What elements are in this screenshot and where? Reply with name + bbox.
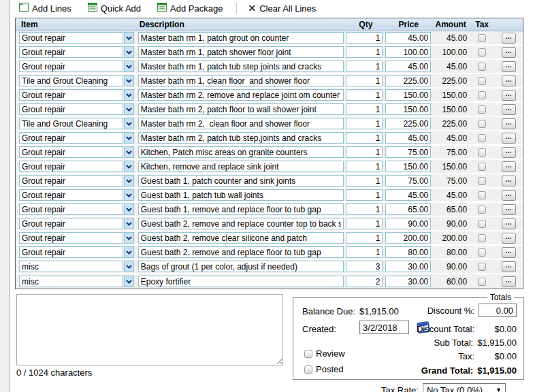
qty-input[interactable] bbox=[346, 46, 383, 58]
description-input[interactable] bbox=[138, 161, 344, 172]
qty-input[interactable] bbox=[346, 276, 383, 287]
price-input[interactable] bbox=[385, 232, 431, 244]
tax-checkbox[interactable] bbox=[478, 206, 486, 214]
description-input[interactable] bbox=[138, 175, 344, 186]
chevron-down-icon[interactable] bbox=[124, 46, 134, 58]
row-options-button[interactable]: ... bbox=[502, 104, 516, 115]
description-input[interactable] bbox=[138, 32, 344, 44]
description-input[interactable] bbox=[138, 46, 344, 58]
chevron-down-icon[interactable] bbox=[124, 218, 134, 229]
item-select[interactable]: Grout repair bbox=[19, 232, 138, 244]
item-select[interactable]: Grout repair bbox=[19, 175, 138, 186]
row-options-button[interactable]: ... bbox=[502, 204, 516, 215]
posted-checkbox[interactable] bbox=[304, 365, 312, 374]
tax-checkbox[interactable] bbox=[478, 48, 486, 56]
tax-checkbox[interactable] bbox=[478, 63, 486, 71]
qty-input[interactable] bbox=[346, 261, 383, 272]
description-input[interactable] bbox=[138, 61, 344, 72]
description-input[interactable] bbox=[138, 218, 344, 229]
tax-checkbox[interactable] bbox=[478, 191, 486, 199]
description-input[interactable] bbox=[138, 89, 344, 101]
item-select[interactable]: Grout repair bbox=[19, 103, 138, 115]
row-options-button[interactable]: ... bbox=[502, 76, 516, 86]
row-options-button[interactable]: ... bbox=[502, 247, 516, 258]
tax-checkbox[interactable] bbox=[478, 77, 486, 85]
description-input[interactable] bbox=[138, 203, 344, 215]
qty-input[interactable] bbox=[346, 189, 383, 201]
price-input[interactable] bbox=[385, 32, 431, 44]
tax-checkbox[interactable] bbox=[478, 134, 486, 142]
qty-input[interactable] bbox=[346, 246, 383, 258]
item-select[interactable]: Grout repair bbox=[19, 89, 138, 101]
description-input[interactable] bbox=[138, 246, 344, 258]
item-select[interactable]: Grout repair bbox=[19, 46, 138, 58]
chevron-down-icon[interactable] bbox=[124, 246, 134, 258]
description-input[interactable] bbox=[138, 118, 344, 129]
chevron-down-icon[interactable] bbox=[124, 261, 134, 272]
qty-input[interactable] bbox=[346, 32, 383, 44]
qty-input[interactable] bbox=[346, 75, 383, 86]
price-input[interactable] bbox=[385, 103, 431, 115]
item-select[interactable]: Tile and Grout Cleaning bbox=[19, 75, 138, 86]
price-input[interactable] bbox=[385, 146, 431, 158]
row-options-button[interactable]: ... bbox=[502, 218, 516, 229]
description-input[interactable] bbox=[138, 232, 344, 244]
price-input[interactable] bbox=[385, 61, 431, 72]
item-select[interactable]: Tile and Grout Cleaning bbox=[19, 118, 138, 129]
chevron-down-icon[interactable] bbox=[124, 161, 134, 172]
row-options-button[interactable]: ... bbox=[502, 161, 516, 172]
chevron-down-icon[interactable] bbox=[124, 132, 134, 144]
tax-checkbox[interactable] bbox=[478, 91, 486, 99]
item-select[interactable]: Grout repair bbox=[19, 246, 138, 258]
qty-input[interactable] bbox=[346, 203, 383, 215]
tax-checkbox[interactable] bbox=[478, 248, 486, 257]
item-select[interactable]: Grout repair bbox=[19, 218, 138, 229]
add-lines-button[interactable]: Add Lines bbox=[15, 1, 76, 15]
price-input[interactable] bbox=[385, 46, 431, 58]
description-input[interactable] bbox=[138, 189, 344, 201]
tax-checkbox[interactable] bbox=[478, 263, 486, 271]
row-options-button[interactable]: ... bbox=[502, 133, 516, 144]
item-select[interactable]: Grout repair bbox=[19, 61, 138, 72]
notes-textarea[interactable] bbox=[16, 294, 283, 365]
item-select[interactable]: Grout repair bbox=[19, 189, 138, 201]
price-input[interactable] bbox=[385, 203, 431, 215]
price-input[interactable] bbox=[385, 118, 431, 129]
price-input[interactable] bbox=[385, 246, 431, 258]
description-input[interactable] bbox=[138, 103, 344, 115]
discount-pct-input[interactable] bbox=[479, 304, 517, 317]
review-checkbox[interactable] bbox=[304, 350, 312, 358]
tax-checkbox[interactable] bbox=[478, 177, 486, 185]
description-input[interactable] bbox=[138, 132, 344, 144]
price-input[interactable] bbox=[385, 189, 431, 201]
description-input[interactable] bbox=[138, 261, 344, 272]
row-options-button[interactable]: ... bbox=[502, 147, 516, 158]
price-input[interactable] bbox=[385, 75, 431, 86]
chevron-down-icon[interactable] bbox=[124, 276, 134, 287]
tax-rate-select[interactable]: No Tax (0.0%) ▼ bbox=[423, 383, 506, 392]
add-package-button[interactable]: Add Package bbox=[153, 1, 227, 15]
tax-checkbox[interactable] bbox=[478, 148, 486, 157]
qty-input[interactable] bbox=[346, 232, 383, 244]
chevron-down-icon[interactable] bbox=[124, 232, 134, 244]
chevron-down-icon[interactable] bbox=[124, 75, 134, 86]
qty-input[interactable] bbox=[346, 132, 383, 144]
row-options-button[interactable]: ... bbox=[502, 47, 516, 58]
description-input[interactable] bbox=[138, 146, 344, 158]
created-date-input[interactable] bbox=[359, 321, 409, 334]
chevron-down-icon[interactable] bbox=[124, 189, 134, 201]
price-input[interactable] bbox=[385, 132, 431, 144]
chevron-down-icon[interactable] bbox=[124, 61, 134, 72]
row-options-button[interactable]: ... bbox=[502, 33, 516, 44]
chevron-down-icon[interactable] bbox=[124, 146, 134, 158]
row-options-button[interactable]: ... bbox=[502, 118, 516, 129]
chevron-down-icon[interactable] bbox=[124, 89, 134, 101]
row-options-button[interactable]: ... bbox=[502, 276, 516, 287]
description-input[interactable] bbox=[138, 276, 344, 287]
quick-add-button[interactable]: Quick Add bbox=[84, 1, 145, 15]
row-options-button[interactable]: ... bbox=[502, 233, 516, 244]
price-input[interactable] bbox=[385, 261, 431, 272]
qty-input[interactable] bbox=[346, 146, 383, 158]
qty-input[interactable] bbox=[346, 118, 383, 129]
tax-checkbox[interactable] bbox=[478, 120, 486, 128]
